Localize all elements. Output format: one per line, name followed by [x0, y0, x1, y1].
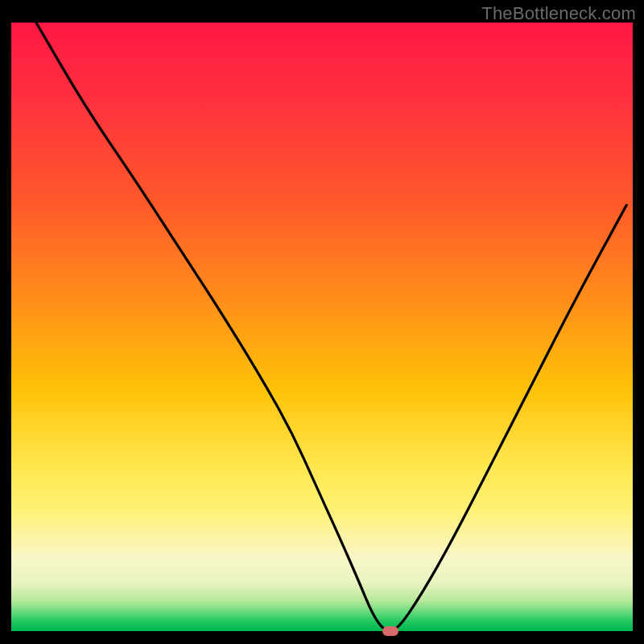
bottleneck-curve [11, 23, 633, 631]
minimum-marker [382, 626, 398, 636]
plot-area [11, 23, 633, 631]
curve-path [36, 23, 626, 631]
chart-frame: TheBottleneck.com [0, 0, 644, 644]
watermark-text: TheBottleneck.com [481, 3, 636, 24]
